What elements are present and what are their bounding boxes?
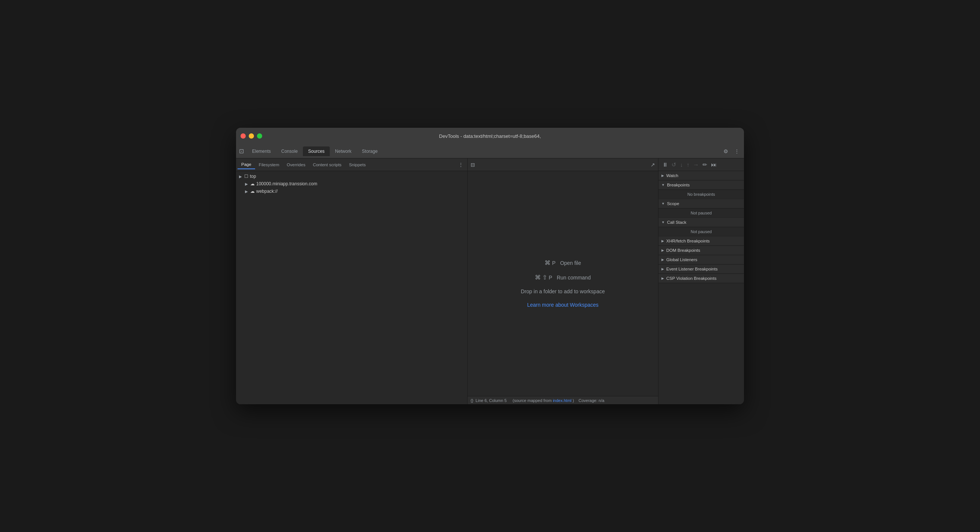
open-file-label: Open file (560, 260, 581, 266)
left-panel: Page Filesystem Overrides Content script… (236, 158, 468, 404)
global-listeners-label: Global Listeners (666, 257, 697, 262)
tree-arrow-top: ▶ (239, 174, 244, 178)
tree-item-webpack[interactable]: ▶ ☁ webpack:// (236, 188, 467, 195)
event-listener-label: Event Listener Breakpoints (666, 267, 718, 271)
tab-content-scripts[interactable]: Content scripts (309, 161, 345, 169)
tree-arrow-webpack: ▶ (245, 190, 250, 194)
sub-tab-bar: Page Filesystem Overrides Content script… (236, 158, 467, 171)
deactivate-breakpoints-button[interactable]: ⏭ (710, 161, 718, 169)
cloud-icon-webpack: ☁ (250, 189, 255, 194)
scope-content: Not paused (659, 209, 744, 218)
cloud-icon-transsion: ☁ (250, 181, 255, 186)
tab-network[interactable]: Network (330, 147, 357, 156)
sources-panel-icon[interactable]: ⊟ (471, 162, 475, 168)
source-map-text: (source mapped from index.html ) (513, 398, 574, 403)
more-options-icon[interactable]: ⋮ (733, 147, 741, 156)
show-navigator-icon[interactable]: ↗ (651, 162, 655, 168)
shift-symbol: ⇧ (542, 274, 547, 281)
p-key-2: P (549, 275, 552, 280)
tab-elements[interactable]: Elements (247, 147, 276, 156)
watch-arrow: ▶ (662, 174, 664, 177)
breakpoints-arrow: ▼ (662, 183, 665, 187)
step-into-button[interactable]: ↓ (679, 161, 684, 169)
breakpoints-label: Breakpoints (667, 183, 690, 187)
maximize-button[interactable] (257, 133, 262, 139)
scope-arrow: ▼ (662, 202, 665, 205)
dom-arrow: ▶ (662, 248, 664, 252)
cmd-symbol-2: ⌘ (535, 274, 541, 281)
main-tab-bar: ⊡ Elements Console Sources Network Stora… (236, 144, 744, 158)
title-bar: DevTools - data:text/html;charset=utf-8;… (236, 128, 744, 144)
traffic-lights (240, 133, 262, 139)
event-listener-section-header[interactable]: ▶ Event Listener Breakpoints (659, 264, 744, 274)
open-file-keys: ⌘ P (544, 259, 555, 266)
tree-item-transsion[interactable]: ▶ ☁ 100000.miniapp.transsion.com (236, 180, 467, 188)
workspace-learn-more-link[interactable]: Learn more about Workspaces (527, 302, 598, 308)
global-listeners-section-header[interactable]: ▶ Global Listeners (659, 255, 744, 264)
braces-icon: {} (471, 398, 473, 403)
debugger-toolbar: ⏸ ↺ ↓ ↑ → ✏ ⏭ (659, 158, 744, 171)
call-stack-section-header[interactable]: ▼ Call Stack (659, 218, 744, 227)
main-tabs-right: ⚙ ⋮ (722, 147, 741, 156)
tree-item-top[interactable]: ▶ ☐ top (236, 173, 467, 180)
folder-icon: ☐ (244, 174, 248, 179)
watch-section-header[interactable]: ▶ Watch (659, 171, 744, 180)
p-key: P (552, 260, 555, 266)
tab-storage[interactable]: Storage (357, 147, 383, 156)
devtools-dock-icon[interactable]: ⊡ (239, 148, 244, 155)
minimize-button[interactable] (249, 133, 254, 139)
editor-toolbar: ⊟ ↗ (468, 158, 658, 171)
xhr-label: XHR/fetch Breakpoints (666, 239, 710, 243)
tab-console[interactable]: Console (276, 147, 303, 156)
global-listeners-arrow: ▶ (662, 258, 664, 261)
breakpoints-section-header[interactable]: ▼ Breakpoints (659, 180, 744, 190)
watch-label: Watch (666, 174, 678, 178)
close-button[interactable] (240, 133, 246, 139)
tab-overrides[interactable]: Overrides (283, 161, 309, 169)
pause-button[interactable]: ⏸ (662, 161, 668, 169)
tree-arrow-transsion: ▶ (245, 182, 250, 186)
tab-filesystem[interactable]: Filesystem (255, 161, 283, 169)
right-panel: ⏸ ↺ ↓ ↑ → ✏ ⏭ ▶ Watch ▼ Breakpoints (658, 158, 744, 404)
center-panel: ⊟ ↗ ⌘ P Open file ⌘ ⇧ (468, 158, 658, 404)
step-over-button[interactable]: ↺ (671, 161, 677, 169)
call-stack-label: Call Stack (667, 220, 686, 225)
edit-breakpoints-button[interactable]: ✏ (702, 161, 708, 169)
settings-icon[interactable]: ⚙ (722, 147, 730, 156)
csp-section-header[interactable]: ▶ CSP Violation Breakpoints (659, 274, 744, 283)
call-stack-arrow: ▼ (662, 220, 665, 224)
dom-label: DOM Breakpoints (666, 248, 700, 253)
breakpoints-content: No breakpoints (659, 190, 744, 199)
shortcut-row-open: ⌘ P Open file (544, 259, 581, 266)
right-sections: ▶ Watch ▼ Breakpoints No breakpoints ▼ S… (659, 171, 744, 404)
sub-tabs-more-icon[interactable]: ⋮ (456, 160, 466, 169)
tree-label-webpack: webpack:// (256, 189, 277, 194)
scope-label: Scope (667, 201, 679, 206)
cursor-position: Line 6, Column 5 (476, 398, 506, 403)
editor-toolbar-right: ↗ (651, 162, 655, 168)
coverage-text: Coverage: n/a (579, 398, 604, 403)
devtools-content: Page Filesystem Overrides Content script… (236, 158, 744, 404)
devtools-window: DevTools - data:text/html;charset=utf-8;… (236, 128, 744, 404)
tab-snippets[interactable]: Snippets (345, 161, 369, 169)
run-command-label: Run command (557, 275, 591, 280)
tree-label-top: top (250, 174, 256, 179)
step-button[interactable]: → (692, 161, 700, 169)
scope-section-header[interactable]: ▼ Scope (659, 199, 744, 209)
source-map-close: ) (573, 398, 574, 403)
dom-section-header[interactable]: ▶ DOM Breakpoints (659, 246, 744, 255)
csp-arrow: ▶ (662, 276, 664, 280)
file-tree: ▶ ☐ top ▶ ☁ 100000.miniapp.transsion.com… (236, 171, 467, 404)
call-stack-content: Not paused (659, 227, 744, 236)
xhr-section-header[interactable]: ▶ XHR/fetch Breakpoints (659, 236, 744, 246)
tree-label-transsion: 100000.miniapp.transsion.com (256, 181, 317, 186)
tab-sources[interactable]: Sources (303, 147, 330, 156)
editor-area: ⌘ P Open file ⌘ ⇧ P Run command Drop in … (468, 171, 658, 396)
cmd-symbol: ⌘ (544, 259, 550, 266)
source-map-prefix: (source mapped from (513, 398, 552, 403)
source-map-file[interactable]: index.html (553, 398, 571, 403)
window-title: DevTools - data:text/html;charset=utf-8;… (439, 133, 541, 139)
tab-page[interactable]: Page (237, 160, 255, 169)
step-out-button[interactable]: ↑ (686, 161, 690, 169)
run-command-keys: ⌘ ⇧ P (535, 274, 552, 281)
